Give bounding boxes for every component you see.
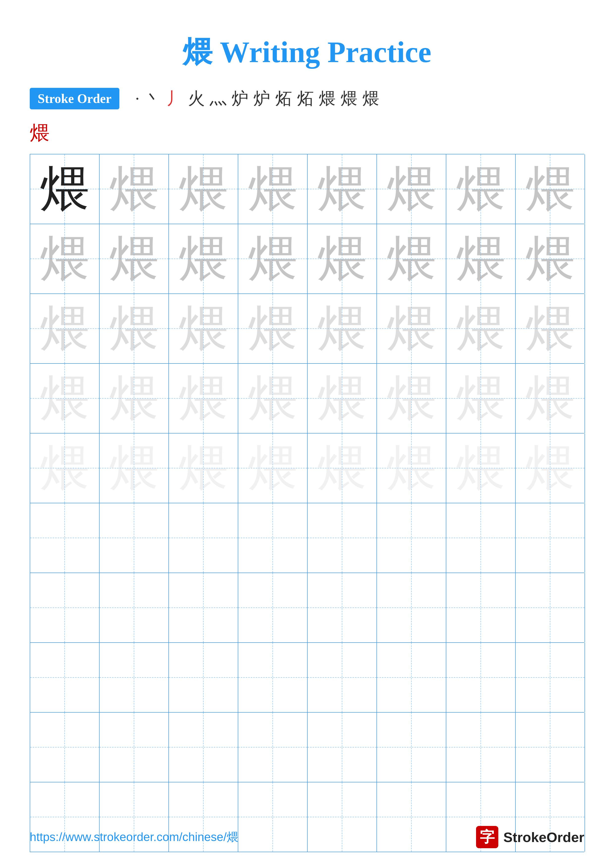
grid-cell[interactable]	[30, 713, 99, 782]
grid-cell[interactable]: 煨	[99, 434, 169, 503]
grid-cell[interactable]: 煨	[99, 154, 169, 224]
grid-cell[interactable]: 煨	[516, 364, 585, 433]
grid-cell[interactable]: 煨	[308, 294, 377, 363]
title-text: Writing Practice	[212, 36, 431, 68]
grid-cell[interactable]	[30, 643, 99, 712]
grid-cell[interactable]	[30, 573, 99, 642]
grid-cell[interactable]	[516, 503, 585, 573]
stroke-9: 炻	[297, 87, 314, 110]
practice-char: 煨	[40, 164, 89, 214]
grid-cell[interactable]	[446, 573, 516, 642]
practice-char: 煨	[456, 374, 505, 423]
grid-cell[interactable]: 煨	[308, 434, 377, 503]
grid-row-9	[30, 713, 584, 783]
grid-cell[interactable]: 煨	[516, 294, 585, 363]
grid-cell[interactable]: 煨	[30, 434, 99, 503]
practice-char: 煨	[525, 304, 575, 353]
grid-cell[interactable]: 煨	[169, 294, 238, 363]
grid-cell[interactable]	[308, 643, 377, 712]
practice-char: 煨	[525, 374, 575, 423]
grid-cell[interactable]: 煨	[99, 294, 169, 363]
grid-cell[interactable]: 煨	[238, 154, 308, 224]
grid-cell[interactable]	[377, 573, 446, 642]
grid-cell[interactable]	[446, 503, 516, 573]
grid-row-1: 煨 煨 煨 煨 煨 煨 煨 煨	[30, 154, 584, 224]
grid-cell[interactable]: 煨	[377, 154, 446, 224]
grid-cell[interactable]: 煨	[169, 154, 238, 224]
grid-cell[interactable]	[377, 643, 446, 712]
grid-cell[interactable]	[238, 643, 308, 712]
strokeorder-logo-icon: 字	[476, 826, 498, 848]
footer-logo: 字 StrokeOrder	[476, 826, 584, 848]
grid-cell[interactable]: 煨	[238, 294, 308, 363]
grid-cell[interactable]	[446, 713, 516, 782]
grid-cell[interactable]	[308, 503, 377, 573]
grid-cell[interactable]: 煨	[377, 434, 446, 503]
practice-char: 煨	[525, 443, 575, 493]
grid-cell[interactable]	[238, 573, 308, 642]
grid-cell[interactable]	[516, 573, 585, 642]
grid-cell[interactable]: 煨	[30, 154, 99, 224]
grid-cell[interactable]	[99, 643, 169, 712]
practice-char: 煨	[179, 164, 228, 214]
stroke-6: 炉	[232, 87, 249, 110]
grid-row-2: 煨 煨 煨 煨 煨 煨 煨 煨	[30, 224, 584, 294]
grid-cell[interactable]: 煨	[238, 224, 308, 293]
grid-cell[interactable]: 煨	[99, 224, 169, 293]
grid-cell[interactable]	[377, 713, 446, 782]
grid-cell[interactable]	[446, 643, 516, 712]
grid-cell[interactable]	[169, 713, 238, 782]
practice-char: 煨	[387, 443, 436, 493]
grid-cell[interactable]: 煨	[308, 154, 377, 224]
practice-char: 煨	[179, 374, 228, 423]
grid-cell[interactable]: 煨	[238, 434, 308, 503]
strokeorder-logo-text: StrokeOrder	[503, 829, 584, 845]
grid-cell[interactable]	[516, 643, 585, 712]
grid-cell[interactable]	[516, 713, 585, 782]
grid-cell[interactable]	[238, 713, 308, 782]
stroke-12: 煨	[362, 87, 379, 110]
grid-cell[interactable]	[99, 573, 169, 642]
grid-cell[interactable]: 煨	[169, 364, 238, 433]
grid-cell[interactable]: 煨	[169, 434, 238, 503]
grid-cell[interactable]	[308, 573, 377, 642]
grid-cell[interactable]	[169, 643, 238, 712]
practice-char: 煨	[387, 234, 436, 284]
grid-cell[interactable]	[377, 503, 446, 573]
grid-cell[interactable]: 煨	[377, 294, 446, 363]
grid-cell[interactable]: 煨	[516, 154, 585, 224]
grid-row-5: 煨 煨 煨 煨 煨 煨 煨 煨	[30, 434, 584, 503]
grid-cell[interactable]	[99, 713, 169, 782]
grid-cell[interactable]: 煨	[377, 224, 446, 293]
footer: https://www.strokeorder.com/chinese/煨 字 …	[30, 826, 584, 848]
grid-cell[interactable]	[169, 573, 238, 642]
grid-cell[interactable]: 煨	[30, 364, 99, 433]
grid-cell[interactable]: 煨	[238, 364, 308, 433]
grid-cell[interactable]: 煨	[516, 434, 585, 503]
grid-cell[interactable]	[30, 503, 99, 573]
grid-cell[interactable]: 煨	[308, 364, 377, 433]
grid-cell[interactable]	[99, 503, 169, 573]
grid-cell[interactable]	[308, 713, 377, 782]
title-character: 煨	[183, 36, 212, 68]
practice-char: 煨	[179, 304, 228, 353]
stroke-3: 丿	[166, 87, 183, 110]
grid-cell[interactable]: 煨	[308, 224, 377, 293]
grid-cell[interactable]: 煨	[446, 364, 516, 433]
grid-cell[interactable]: 煨	[446, 434, 516, 503]
practice-char: 煨	[387, 374, 436, 423]
grid-cell[interactable]: 煨	[516, 224, 585, 293]
practice-char: 煨	[317, 234, 367, 284]
grid-cell[interactable]	[169, 503, 238, 573]
grid-cell[interactable]: 煨	[30, 294, 99, 363]
grid-cell[interactable]: 煨	[446, 224, 516, 293]
grid-cell[interactable]: 煨	[99, 364, 169, 433]
grid-cell[interactable]: 煨	[169, 224, 238, 293]
grid-cell[interactable]	[238, 503, 308, 573]
practice-char: 煨	[456, 164, 505, 214]
footer-url[interactable]: https://www.strokeorder.com/chinese/煨	[30, 829, 238, 845]
grid-cell[interactable]: 煨	[30, 224, 99, 293]
grid-cell[interactable]: 煨	[446, 294, 516, 363]
grid-cell[interactable]: 煨	[377, 364, 446, 433]
grid-cell[interactable]: 煨	[446, 154, 516, 224]
